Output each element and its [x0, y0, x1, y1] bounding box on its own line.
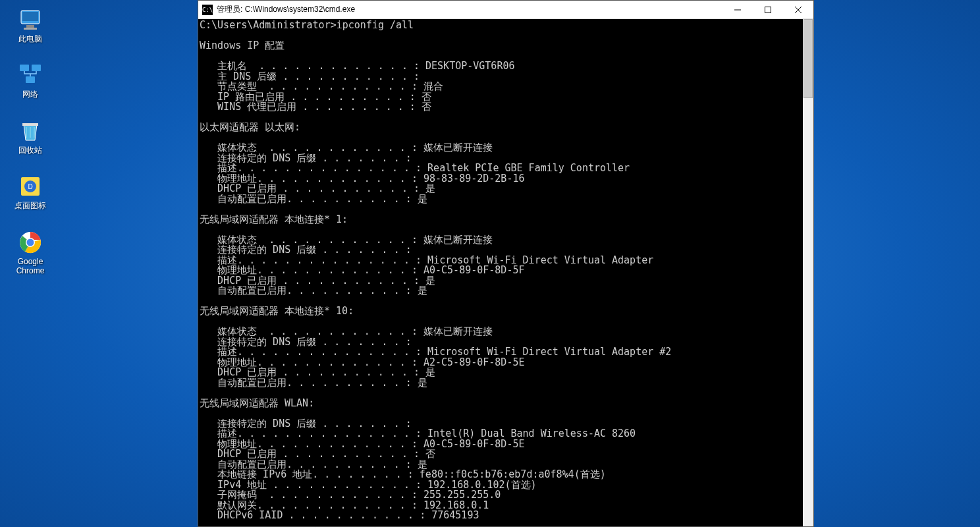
terminal-line: DHCPv6 IAID . . . . . . . . . . . : 7764… — [200, 509, 479, 521]
terminal-line: 自动配置已启用. . . . . . . . . . : 是 — [200, 193, 427, 205]
terminal-line: 自动配置已启用. . . . . . . . . . : 是 — [200, 377, 427, 389]
svg-text:D: D — [28, 183, 32, 190]
desktop-icon-this-pc[interactable]: 此电脑 — [7, 7, 54, 43]
close-button[interactable] — [783, 1, 813, 19]
desktop-icon-label: 此电脑 — [18, 34, 42, 43]
terminal-scrollbar[interactable] — [803, 19, 813, 526]
svg-rect-3 — [24, 28, 37, 30]
svg-rect-4 — [20, 65, 29, 71]
cmd-window: C:\ 管理员: C:\Windows\system32\cmd.exe C:\… — [198, 0, 814, 527]
terminal-line: 自动配置已启用. . . . . . . . . . : 是 — [200, 285, 427, 296]
terminal-line: WINS 代理已启用 . . . . . . . . . : 否 — [200, 101, 431, 113]
terminal-line: 无线局域网适配器 WLAN: — [200, 397, 314, 409]
this-pc-icon — [17, 7, 43, 33]
terminal-line: C:\Users\Administrator>ipconfig /all — [200, 19, 414, 31]
svg-point-13 — [27, 238, 34, 246]
recycle-bin-icon — [17, 118, 43, 144]
minimize-button[interactable] — [722, 1, 753, 19]
desktop-icon-label: 回收站 — [18, 146, 42, 155]
terminal-output[interactable]: C:\Users\Administrator>ipconfig /all Win… — [198, 19, 813, 526]
desktop-icons-app-icon: D — [17, 173, 43, 200]
desktop-icon-label: 网络 — [22, 90, 38, 99]
maximize-icon — [765, 7, 771, 13]
desktop-icon-recycle-bin[interactable]: 回收站 — [7, 118, 54, 155]
terminal-line: 无线局域网适配器 本地连接* 1: — [200, 213, 348, 225]
window-title: 管理员: C:\Windows\system32\cmd.exe — [217, 4, 722, 15]
desktop-icon-label: Google Chrome — [7, 257, 54, 276]
terminal-line: 以太网适配器 以太网: — [200, 121, 300, 133]
desktop-icon-desktop-icons-app[interactable]: D 桌面图标 — [7, 173, 54, 210]
desktop-icons: 此电脑 网络 回收站 D 桌面图标 Google Chrome — [7, 7, 54, 275]
svg-rect-5 — [32, 65, 41, 71]
chrome-icon — [17, 229, 43, 256]
desktop-icon-network[interactable]: 网络 — [7, 62, 54, 99]
scrollbar-thumb[interactable] — [803, 19, 813, 98]
svg-rect-2 — [26, 25, 34, 28]
titlebar[interactable]: C:\ 管理员: C:\Windows\system32\cmd.exe — [198, 1, 813, 19]
desktop-icon-chrome[interactable]: Google Chrome — [7, 229, 54, 276]
maximize-button[interactable] — [753, 1, 783, 19]
svg-rect-7 — [22, 123, 38, 126]
terminal-line: 无线局域网适配器 本地连接* 10: — [200, 305, 354, 317]
close-icon — [795, 7, 802, 13]
cmd-icon: C:\ — [202, 5, 213, 15]
desktop-icon-label: 桌面图标 — [14, 201, 46, 210]
svg-rect-1 — [22, 12, 38, 21]
titlebar-buttons — [722, 1, 813, 19]
network-icon — [17, 62, 43, 88]
svg-rect-6 — [26, 76, 35, 83]
minimize-icon — [734, 7, 741, 13]
svg-rect-15 — [765, 7, 771, 13]
terminal-line: Windows IP 配置 — [200, 40, 285, 51]
